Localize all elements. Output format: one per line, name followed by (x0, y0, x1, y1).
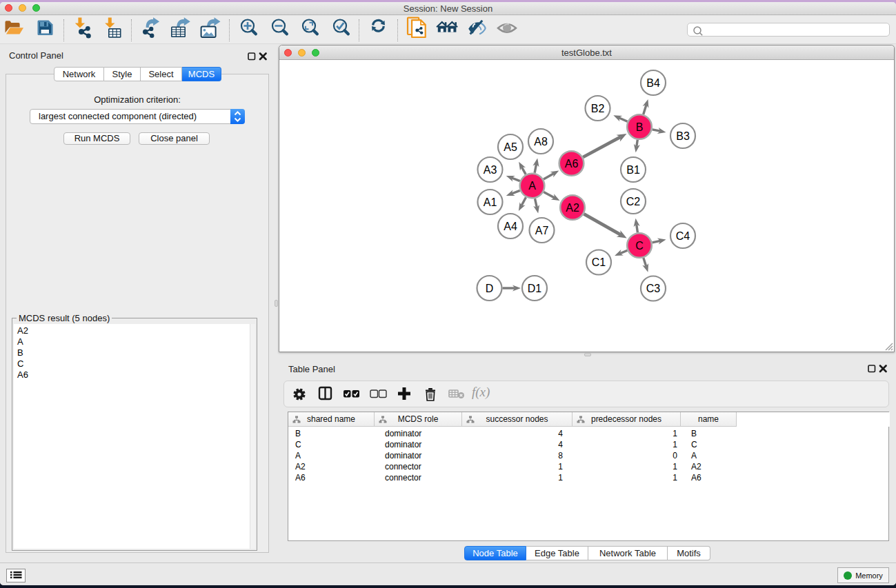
svg-text:C: C (635, 240, 644, 252)
svg-text:B4: B4 (646, 77, 660, 89)
svg-text:A7: A7 (535, 225, 549, 236)
svg-text:C2: C2 (626, 196, 641, 207)
svg-text:A2: A2 (566, 202, 579, 214)
svg-text:D1: D1 (528, 283, 542, 294)
svg-text:A5: A5 (504, 141, 517, 153)
svg-text:A6: A6 (565, 158, 579, 170)
svg-text:A: A (528, 180, 536, 192)
svg-text:B3: B3 (676, 130, 690, 142)
svg-text:A3: A3 (484, 164, 497, 176)
svg-text:A8: A8 (534, 136, 548, 148)
svg-text:C4: C4 (676, 230, 690, 242)
svg-text:C3: C3 (646, 283, 661, 294)
svg-text:C1: C1 (592, 256, 606, 268)
svg-text:B2: B2 (591, 103, 605, 114)
svg-text:A4: A4 (504, 221, 517, 232)
svg-text:B1: B1 (626, 164, 640, 176)
svg-text:B: B (636, 121, 644, 133)
svg-text:A1: A1 (484, 196, 497, 208)
svg-text:D: D (486, 283, 494, 294)
